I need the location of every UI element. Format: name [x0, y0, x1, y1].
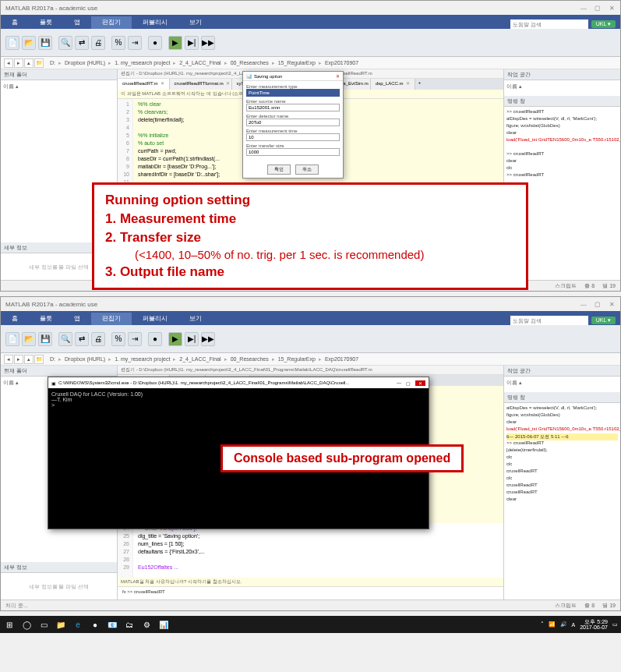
ribbon-tab-view[interactable]: 보기: [178, 16, 213, 29]
editor-tab-1[interactable]: cruxellReadRTformat.m✕: [170, 79, 232, 90]
tray-date[interactable]: 2017-06-07: [580, 624, 608, 630]
tab-add-icon[interactable]: +: [415, 79, 425, 90]
nav-up-icon[interactable]: ▴: [24, 58, 34, 68]
user-badge[interactable]: UKL ▾: [591, 317, 616, 324]
compare-icon[interactable]: ⇄: [75, 36, 89, 50]
bc-5[interactable]: 15_RegularExp: [277, 60, 317, 65]
print-icon[interactable]: 🖨: [91, 332, 105, 346]
tray-volume-icon[interactable]: 🔊: [560, 621, 567, 628]
close-icon[interactable]: ✕: [608, 301, 616, 308]
ribbon-tab-app[interactable]: 앱: [63, 16, 91, 29]
indent-icon[interactable]: ⇥: [128, 332, 142, 346]
nav-fwd-icon[interactable]: ▸: [14, 355, 23, 364]
compare-icon[interactable]: ⇄: [75, 332, 89, 346]
dialog-field-input[interactable]: [246, 104, 340, 111]
workspace-col-header[interactable]: 이름 ▴: [506, 83, 618, 90]
ribbon-tab-app[interactable]: 앱: [63, 313, 91, 325]
code-editor-bottom[interactable]: 242526272829 'Enter transport size'};dlg…: [118, 523, 503, 578]
folder-icon[interactable]: 📁: [34, 58, 44, 68]
ribbon-tab-editor[interactable]: 편집기: [91, 313, 132, 325]
maximize-icon[interactable]: ▢: [594, 301, 602, 308]
console-close-icon[interactable]: ✕: [415, 380, 425, 386]
dialog-field-input[interactable]: [246, 118, 340, 126]
comment-icon[interactable]: %: [111, 332, 125, 346]
mail-icon[interactable]: 📧: [106, 618, 118, 631]
ribbon-tab-plot[interactable]: 플롯: [29, 16, 63, 29]
dialog-ok-button[interactable]: 확인: [267, 164, 291, 175]
comment-icon[interactable]: %: [111, 36, 125, 50]
open-file-icon[interactable]: 📂: [22, 36, 36, 50]
ribbon-tab-publish[interactable]: 퍼블리시: [132, 313, 178, 325]
indent-icon[interactable]: ⇥: [128, 36, 142, 50]
user-badge[interactable]: UKL ▾: [591, 20, 616, 28]
minimize-icon[interactable]: —: [580, 5, 587, 12]
nav-back-icon[interactable]: ◂: [4, 355, 13, 364]
folder-icon[interactable]: 📁: [34, 355, 44, 364]
find-icon[interactable]: 🔍: [58, 332, 72, 346]
chrome-icon[interactable]: ●: [89, 618, 101, 631]
matlab-taskbar-icon[interactable]: 📊: [157, 618, 170, 631]
dialog-cancel-button[interactable]: 취소: [295, 164, 319, 175]
ribbon-tab-home[interactable]: 홈: [1, 16, 29, 29]
bc-root[interactable]: D:: [48, 60, 57, 65]
app-icon[interactable]: 🗂: [123, 618, 136, 631]
settings-icon[interactable]: ⚙: [140, 618, 153, 631]
breakpoint-icon[interactable]: ●: [148, 332, 162, 346]
run-icon[interactable]: ▶: [168, 332, 182, 346]
new-file-icon[interactable]: 📄: [5, 332, 19, 346]
breakpoint-icon[interactable]: ●: [148, 36, 162, 50]
tab-close-icon[interactable]: ✕: [161, 81, 164, 86]
save-icon[interactable]: 💾: [38, 332, 52, 346]
console-min-icon[interactable]: —: [397, 380, 401, 386]
ribbon-tab-editor[interactable]: 편집기: [91, 16, 132, 29]
explorer-icon[interactable]: 📁: [55, 618, 67, 631]
close-icon[interactable]: ✕: [608, 5, 616, 12]
dialog-field-input[interactable]: [246, 148, 340, 156]
tray-time[interactable]: 오후 5:29: [580, 619, 608, 624]
bc-1[interactable]: Dropbox (HURL): [63, 60, 107, 65]
dialog-close-icon[interactable]: ✕: [336, 73, 340, 79]
bc-2[interactable]: 1. my_research project: [113, 60, 171, 65]
tray-notifications-icon[interactable]: ▭: [612, 621, 618, 628]
maximize-icon[interactable]: ▢: [594, 5, 602, 12]
bc-6[interactable]: Exp20170907: [323, 60, 360, 65]
save-icon[interactable]: 💾: [38, 36, 52, 50]
cortana-icon[interactable]: ◯: [20, 618, 33, 631]
tray-ime-icon[interactable]: A: [572, 622, 576, 628]
command-window[interactable]: alDispDes = wireselect(V, dl, rl, 'MarkC…: [504, 403, 620, 599]
start-icon[interactable]: ⊞: [3, 618, 16, 631]
bc-4[interactable]: 00_Researches: [229, 60, 270, 65]
new-file-icon[interactable]: 📄: [5, 36, 19, 50]
find-icon[interactable]: 🔍: [58, 36, 72, 50]
bc-3[interactable]: 2_4_LACC_Final: [178, 60, 222, 65]
console-max-icon[interactable]: ▢: [406, 380, 411, 386]
run-advance-icon[interactable]: ▶▶: [201, 36, 215, 50]
edge-icon[interactable]: e: [72, 618, 84, 631]
ribbon-tab-view[interactable]: 보기: [178, 313, 213, 325]
search-input[interactable]: [510, 316, 588, 325]
editor-tab-0[interactable]: cruxellReadRT.m✕: [118, 79, 170, 90]
nav-up-icon[interactable]: ▴: [24, 355, 34, 364]
dialog-field-input[interactable]: [246, 133, 340, 141]
cmd-prompt[interactable]: fx >> cruxellReadRT: [122, 589, 165, 594]
nav-back-icon[interactable]: ◂: [4, 58, 13, 68]
ribbon-tab-plot[interactable]: 플롯: [29, 313, 63, 325]
minimize-icon[interactable]: —: [580, 301, 587, 308]
folder-col-header[interactable]: 이름 ▴: [3, 83, 115, 90]
ribbon-tab-home[interactable]: 홈: [1, 313, 29, 325]
editor-tab-5[interactable]: dsp_LACC.m✕: [371, 79, 415, 90]
ribbon-tab-publish[interactable]: 퍼블리시: [132, 16, 178, 29]
search-input[interactable]: [510, 19, 588, 29]
run-section-icon[interactable]: ▶|: [185, 332, 199, 346]
nav-fwd-icon[interactable]: ▸: [14, 58, 23, 68]
print-icon[interactable]: 🖨: [91, 36, 105, 50]
run-icon[interactable]: ▶: [168, 36, 182, 50]
tray-expand-icon[interactable]: ˄: [541, 621, 544, 628]
taskview-icon[interactable]: ▭: [37, 618, 50, 631]
dialog-field-input[interactable]: [246, 89, 340, 97]
run-advance-icon[interactable]: ▶▶: [201, 332, 215, 346]
open-file-icon[interactable]: 📂: [22, 332, 36, 346]
tray-network-icon[interactable]: 📶: [549, 621, 556, 628]
run-section-icon[interactable]: ▶|: [185, 36, 199, 50]
annotation-console-opened: Console based sub-program opened: [221, 444, 464, 472]
